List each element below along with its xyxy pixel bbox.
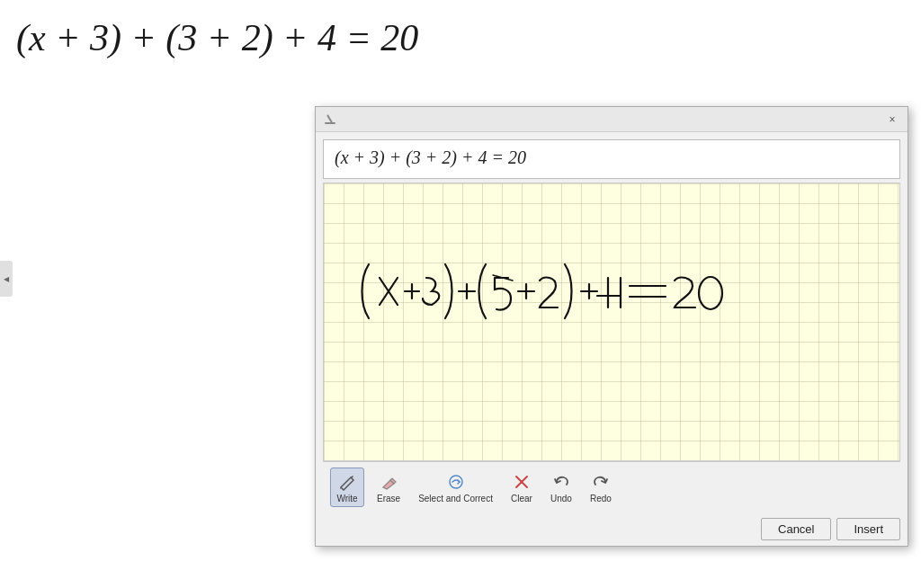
write-tool-button[interactable]: Write	[330, 468, 364, 507]
undo-label: Undo	[550, 494, 572, 503]
clear-tool-button[interactable]: Clear	[505, 468, 538, 506]
select-correct-icon	[445, 471, 467, 493]
handwritten-equation-svg	[342, 237, 863, 345]
erase-label: Erase	[377, 494, 400, 503]
redo-tool-button[interactable]: Redo	[585, 468, 617, 506]
svg-rect-1	[326, 114, 333, 123]
select-correct-label: Select and Correct	[418, 494, 493, 503]
recognized-text-display: (x + 3) + (3 + 2) + 4 = 20	[323, 139, 900, 179]
drawing-canvas[interactable]	[323, 183, 900, 461]
undo-tool-button[interactable]: Undo	[545, 468, 577, 506]
clear-label: Clear	[511, 494, 532, 503]
handwriting-dialog: × (x + 3) + (3 + 2) + 4 = 20	[315, 106, 908, 547]
main-equation: (x + 3) + (3 + 2) + 4 = 20	[16, 16, 418, 59]
select-correct-tool-button[interactable]: Select and Correct	[413, 468, 498, 506]
insert-button[interactable]: Insert	[836, 518, 900, 540]
cancel-button[interactable]: Cancel	[761, 518, 831, 540]
clear-icon	[511, 471, 532, 493]
erase-tool-button[interactable]: Erase	[371, 468, 406, 506]
redo-label: Redo	[590, 494, 612, 503]
svg-rect-0	[325, 122, 335, 124]
dialog-close-button[interactable]: ×	[884, 111, 900, 128]
erase-icon	[378, 471, 399, 493]
redo-icon	[590, 471, 612, 493]
svg-point-3	[450, 476, 462, 488]
dialog-title-icon	[323, 112, 337, 127]
svg-point-2	[699, 277, 722, 309]
dialog-titlebar: ×	[316, 107, 908, 132]
write-icon	[336, 471, 358, 493]
write-label: Write	[336, 494, 357, 503]
sidebar-scroll-indicator[interactable]	[0, 261, 13, 297]
toolbar: Write Erase Select and Correct	[323, 461, 900, 512]
undo-icon	[550, 471, 572, 493]
dialog-footer: Cancel Insert	[316, 512, 908, 546]
